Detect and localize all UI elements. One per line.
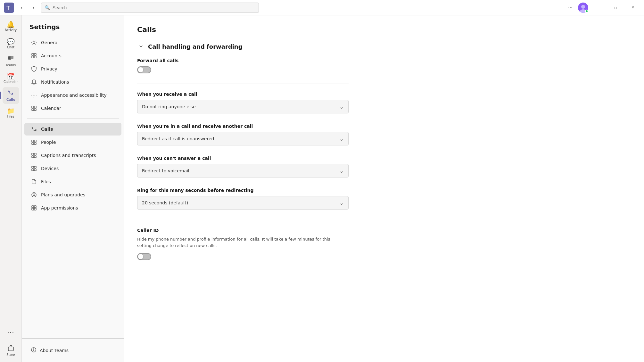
settings-divider-1 [27, 119, 119, 119]
settings-item-notifications-label: Notifications [41, 79, 69, 85]
section-collapse-button[interactable] [137, 43, 145, 50]
settings-item-devices[interactable]: Devices [24, 162, 121, 175]
sidebar-item-teams-label: Teams [6, 64, 16, 67]
sidebar-item-calls-label: Calls [6, 98, 15, 102]
sidebar-item-activity-label: Activity [5, 29, 17, 32]
files-settings-icon [31, 178, 37, 185]
when-receive-call-dropdown[interactable]: Do not ring anyone else ⌄ [137, 100, 349, 113]
settings-item-permissions-label: App permissions [41, 205, 78, 210]
svg-rect-32 [32, 206, 34, 208]
settings-item-privacy-label: Privacy [41, 66, 57, 71]
svg-rect-17 [34, 109, 36, 111]
caller-id-label: Caller ID [137, 228, 631, 233]
svg-rect-10 [34, 53, 36, 55]
settings-item-permissions[interactable]: App permissions [24, 202, 121, 214]
svg-rect-22 [32, 153, 34, 155]
page-title: Calls [137, 26, 631, 34]
settings-item-calendar-label: Calendar [41, 106, 61, 111]
svg-rect-29 [34, 169, 36, 171]
user-avatar-wrap[interactable] [578, 3, 588, 13]
divider-2 [137, 220, 349, 220]
settings-item-calendar[interactable]: Calendar [24, 102, 121, 115]
settings-item-accounts[interactable]: Accounts [24, 49, 121, 62]
settings-item-calls-label: Calls [41, 127, 53, 132]
settings-item-files[interactable]: Files [24, 175, 121, 188]
calendar-icon: 📅 [7, 73, 15, 79]
svg-rect-12 [34, 56, 36, 58]
settings-item-people-label: People [41, 140, 56, 145]
ring-seconds-dropdown[interactable]: 20 seconds (default) ⌄ [137, 196, 349, 210]
search-input[interactable] [53, 5, 255, 10]
settings-item-people[interactable]: People [24, 136, 121, 149]
svg-rect-21 [34, 143, 36, 144]
svg-rect-19 [34, 140, 36, 142]
info-icon [31, 347, 37, 354]
settings-footer: About Teams [22, 338, 124, 362]
settings-item-plans[interactable]: Plans and upgrades [24, 188, 121, 201]
sidebar-item-teams[interactable]: Teams [3, 53, 19, 69]
when-in-call-value: Redirect as if call is unanswered [142, 136, 214, 141]
svg-rect-23 [34, 153, 36, 155]
search-icon: 🔍 [45, 5, 50, 10]
svg-point-13 [34, 95, 35, 96]
settings-item-appearance[interactable]: Appearance and accessibility [24, 89, 121, 102]
search-bar[interactable]: 🔍 [41, 3, 259, 13]
when-in-call-group: When you're in a call and receive anothe… [137, 124, 631, 145]
sidebar-item-chat-label: Chat [7, 46, 14, 49]
sidebar-item-files[interactable]: 📁 Files [3, 104, 19, 121]
svg-rect-28 [32, 169, 34, 171]
sidebar-item-more[interactable]: ··· [3, 324, 19, 341]
when-receive-call-value: Do not ring anyone else [142, 104, 196, 109]
caller-id-toggle[interactable] [137, 253, 151, 260]
when-in-call-dropdown[interactable]: Redirect as if call is unanswered ⌄ [137, 132, 349, 145]
settings-item-captions[interactable]: Captions and transcripts [24, 149, 121, 162]
notifications-icon [31, 79, 37, 85]
svg-rect-25 [34, 156, 36, 158]
settings-item-files-label: Files [41, 179, 51, 184]
settings-item-calls[interactable]: Calls [24, 123, 121, 136]
app-body: 🔔 Activity 💬 Chat Teams 📅 Calendar [0, 15, 644, 362]
nav-bottom: ··· Store [3, 324, 19, 359]
maximize-button[interactable]: □ [608, 3, 623, 13]
settings-item-general[interactable]: General [24, 36, 121, 49]
sidebar-item-files-label: Files [7, 115, 14, 118]
sidebar-item-calls[interactable]: Calls [3, 87, 19, 104]
svg-rect-24 [32, 156, 34, 158]
svg-rect-16 [32, 109, 34, 111]
more-options-button[interactable]: ··· [565, 3, 575, 13]
sidebar-item-chat[interactable]: 💬 Chat [3, 35, 19, 52]
svg-point-30 [32, 193, 36, 197]
settings-item-general-label: General [41, 40, 59, 45]
sidebar-item-store[interactable]: Store [3, 342, 19, 359]
settings-item-privacy[interactable]: Privacy [24, 62, 121, 75]
svg-rect-15 [34, 106, 36, 108]
chevron-down-icon: ⌄ [340, 104, 344, 110]
forward-all-calls-toggle[interactable] [137, 66, 151, 73]
when-cant-answer-value: Redirect to voicemail [142, 168, 189, 173]
main-content: Calls Call handling and forwarding Forwa… [124, 15, 644, 362]
calls-settings-icon [31, 126, 37, 132]
svg-rect-11 [32, 56, 34, 58]
devices-icon [31, 165, 37, 172]
section-title: Call handling and forwarding [148, 43, 243, 50]
chevron-down-icon-2: ⌄ [340, 136, 344, 142]
back-button[interactable]: ‹ [17, 3, 27, 13]
forward-button[interactable]: › [28, 3, 38, 13]
when-cant-answer-dropdown[interactable]: Redirect to voicemail ⌄ [137, 164, 349, 177]
more-icon: ··· [7, 329, 14, 336]
svg-rect-33 [34, 206, 36, 208]
minimize-button[interactable]: — [591, 3, 606, 13]
when-in-call-label: When you're in a call and receive anothe… [137, 124, 631, 129]
about-teams-item[interactable]: About Teams [27, 344, 119, 357]
sidebar-item-calendar-label: Calendar [4, 80, 18, 84]
svg-text:T: T [6, 5, 10, 11]
close-button[interactable]: ✕ [625, 3, 640, 13]
ring-seconds-group: Ring for this many seconds before redire… [137, 188, 631, 210]
svg-rect-18 [32, 140, 34, 142]
sidebar-item-activity[interactable]: 🔔 Activity [3, 18, 19, 35]
caller-id-toggle-wrap [137, 253, 631, 260]
section-call-handling-header: Call handling and forwarding [137, 43, 631, 50]
settings-item-notifications[interactable]: Notifications [24, 76, 121, 88]
privacy-icon [31, 66, 37, 72]
sidebar-item-calendar[interactable]: 📅 Calendar [3, 70, 19, 86]
